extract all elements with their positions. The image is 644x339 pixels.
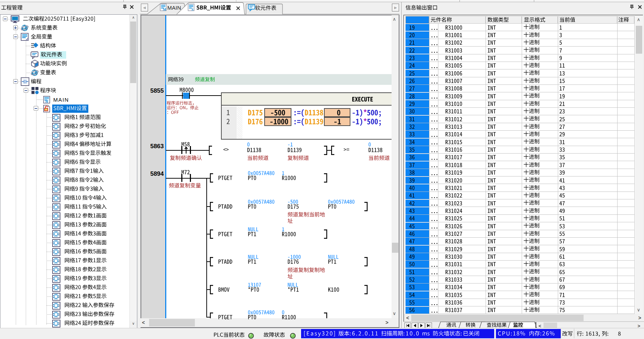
svg-text:S: S <box>191 7 193 11</box>
svg-text:M: M <box>162 7 167 11</box>
svg-text:M: M <box>45 100 49 103</box>
